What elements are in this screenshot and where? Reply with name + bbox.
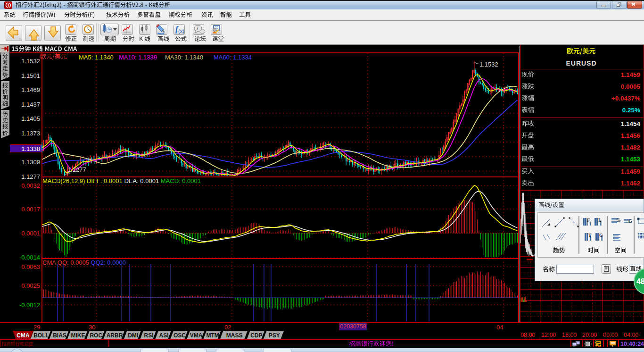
svg-text:BOLL: BOLL (33, 332, 49, 339)
svg-text:ROC: ROC (90, 332, 102, 339)
svg-text:DMI: DMI (128, 332, 138, 339)
svg-text:G: G (599, 233, 603, 238)
svg-text:T: T (588, 233, 592, 238)
svg-text:F: F (587, 218, 590, 223)
svg-text:MASS: MASS (226, 332, 243, 339)
svg-text:L: L (598, 218, 602, 223)
svg-text:ARBR: ARBR (107, 332, 123, 339)
svg-text:MTM: MTM (206, 332, 219, 339)
svg-text:G: G (628, 218, 632, 224)
svg-text:CDP: CDP (250, 332, 262, 339)
svg-text:CMA: CMA (17, 332, 30, 339)
svg-text:OSC: OSC (173, 332, 186, 339)
svg-text:BIAS: BIAS (53, 332, 66, 339)
svg-text:PSY: PSY (269, 332, 280, 339)
svg-text:ASI: ASI (159, 332, 168, 339)
svg-text:(x): (x) (178, 28, 184, 34)
svg-text:RSI: RSI (144, 332, 153, 339)
svg-text:48: 48 (636, 277, 644, 285)
svg-text:%: % (616, 218, 621, 223)
svg-text:VMA: VMA (190, 332, 203, 339)
svg-text:MIKE: MIKE (71, 332, 85, 339)
